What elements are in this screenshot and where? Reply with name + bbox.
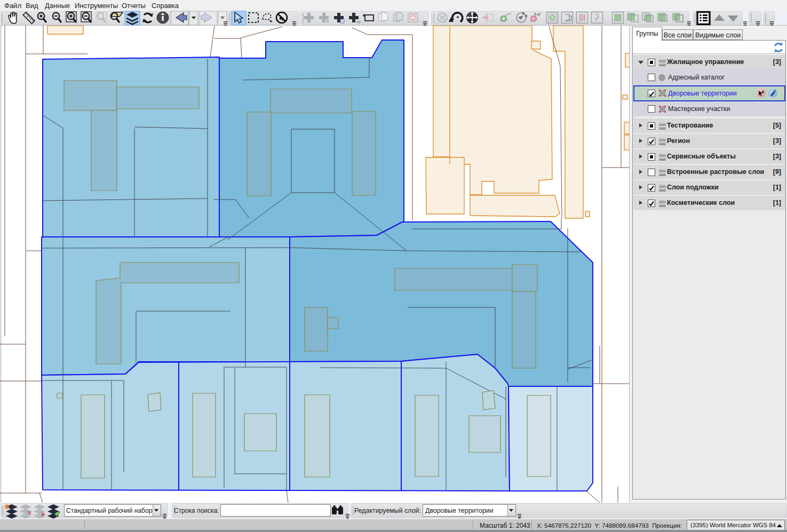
svg-text:xy: xy <box>356 19 361 24</box>
